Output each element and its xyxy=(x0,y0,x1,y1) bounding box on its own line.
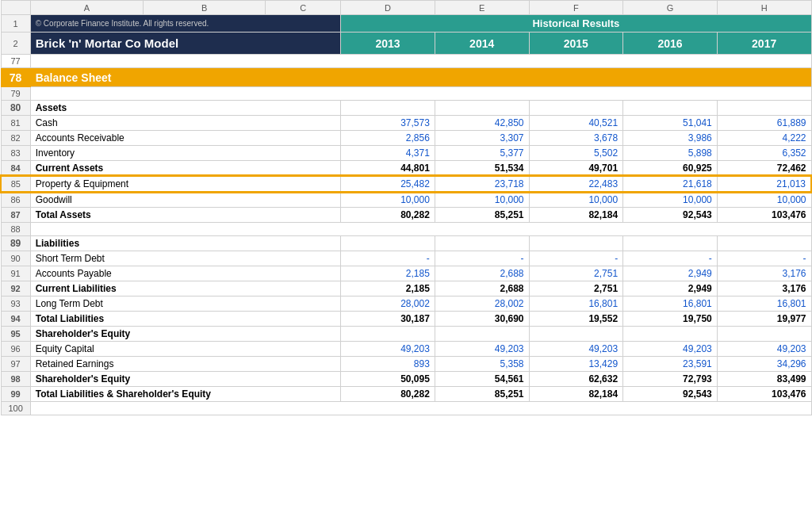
inventory-2015: 5,502 xyxy=(529,146,623,161)
row-77: 77 xyxy=(1,55,811,68)
row-num-81: 81 xyxy=(1,116,30,131)
row-num-93: 93 xyxy=(1,296,30,312)
se-2014: 54,561 xyxy=(435,372,529,387)
ec-2017: 49,203 xyxy=(717,342,811,357)
std-2014: - xyxy=(435,251,529,266)
current-assets-label: Current Assets xyxy=(30,161,341,177)
cash-2014: 42,850 xyxy=(435,116,529,131)
row-num-97: 97 xyxy=(1,357,30,372)
tlse-2014: 85,251 xyxy=(435,387,529,402)
col-header-d: D xyxy=(341,1,435,15)
std-2015: - xyxy=(529,251,623,266)
ap-label: Accounts Payable xyxy=(30,266,341,281)
row-78: 78 Balance Sheet xyxy=(1,68,811,87)
cl-2017: 3,176 xyxy=(717,281,811,296)
tlse-2015: 82,184 xyxy=(529,387,623,402)
row-num-78: 78 xyxy=(1,68,30,87)
cl-2013: 2,185 xyxy=(341,281,435,296)
row-91: 91 Accounts Payable 2,185 2,688 2,751 2,… xyxy=(1,266,811,281)
ta-2015: 82,184 xyxy=(529,208,623,223)
cl-2015: 2,751 xyxy=(529,281,623,296)
cash-label: Cash xyxy=(30,116,341,131)
col-header-h: H xyxy=(717,1,811,15)
ec-2014: 49,203 xyxy=(435,342,529,357)
balance-sheet-label: Balance Sheet xyxy=(30,68,811,87)
tlse-2017: 103,476 xyxy=(717,387,811,402)
ltd-2014: 28,002 xyxy=(435,296,529,312)
col-header-g: G xyxy=(623,1,718,15)
row-81: 81 Cash 37,573 42,850 40,521 51,041 61,8… xyxy=(1,116,811,131)
goodwill-2016: 10,000 xyxy=(623,192,718,208)
ap-2016: 2,949 xyxy=(623,266,718,281)
row-num-85: 85 xyxy=(1,176,30,192)
ca-2017: 72,462 xyxy=(717,161,811,177)
cash-2015: 40,521 xyxy=(529,116,623,131)
tlse-2016: 92,543 xyxy=(623,387,718,402)
row-num-82: 82 xyxy=(1,131,30,146)
col-header-e: E xyxy=(435,1,529,15)
row-num-90: 90 xyxy=(1,251,30,266)
row-79: 79 xyxy=(1,87,811,101)
pe-2017: 21,013 xyxy=(717,176,811,192)
ar-2013: 2,856 xyxy=(341,131,435,146)
ar-2016: 3,986 xyxy=(623,131,718,146)
ca-2015: 49,701 xyxy=(529,161,623,177)
goodwill-label: Goodwill xyxy=(30,192,341,208)
re-2015: 13,429 xyxy=(529,357,623,372)
goodwill-2013: 10,000 xyxy=(341,192,435,208)
row-87: 87 Total Assets 80,282 85,251 82,184 92,… xyxy=(1,208,811,223)
tl-2015: 19,552 xyxy=(529,312,623,327)
re-2017: 34,296 xyxy=(717,357,811,372)
cash-2017: 61,889 xyxy=(717,116,811,131)
tl-2016: 19,750 xyxy=(623,312,718,327)
ca-2014: 51,534 xyxy=(435,161,529,177)
ar-2017: 4,222 xyxy=(717,131,811,146)
year-2017: 2017 xyxy=(717,33,811,55)
ca-2013: 44,801 xyxy=(341,161,435,177)
row-86: 86 Goodwill 10,000 10,000 10,000 10,000 … xyxy=(1,192,811,208)
row-88: 88 xyxy=(1,223,811,236)
pe-2013: 25,482 xyxy=(341,176,435,192)
ec-2016: 49,203 xyxy=(623,342,718,357)
se-total-label: Shareholder's Equity xyxy=(30,372,341,387)
row-90: 90 Short Term Debt - - - - - xyxy=(1,251,811,266)
row-num-88: 88 xyxy=(1,223,30,236)
row-94: 94 Total Liabilities 30,187 30,690 19,55… xyxy=(1,312,811,327)
row-82: 82 Accounts Receivable 2,856 3,307 3,678… xyxy=(1,131,811,146)
row-num-99: 99 xyxy=(1,387,30,402)
tl-2014: 30,690 xyxy=(435,312,529,327)
se-2017: 83,499 xyxy=(717,372,811,387)
tlse-2013: 80,282 xyxy=(341,387,435,402)
row-num-83: 83 xyxy=(1,146,30,161)
historical-results-header: Historical Results xyxy=(341,15,811,33)
goodwill-2015: 10,000 xyxy=(529,192,623,208)
se-2013: 50,095 xyxy=(341,372,435,387)
row-99: 99 Total Liabilities & Shareholder's Equ… xyxy=(1,387,811,402)
pe-2014: 23,718 xyxy=(435,176,529,192)
ta-2014: 85,251 xyxy=(435,208,529,223)
ltd-2016: 16,801 xyxy=(623,296,718,312)
re-2014: 5,358 xyxy=(435,357,529,372)
std-2016: - xyxy=(623,251,718,266)
row-100: 100 xyxy=(1,402,811,415)
ar-2015: 3,678 xyxy=(529,131,623,146)
row-2: 2 Brick 'n' Mortar Co Model 2013 2014 20… xyxy=(1,33,811,55)
liabilities-label: Liabilities xyxy=(30,236,341,251)
row-num-87: 87 xyxy=(1,208,30,223)
year-2016: 2016 xyxy=(623,33,718,55)
row-num-77: 77 xyxy=(1,55,30,68)
year-2013: 2013 xyxy=(341,33,435,55)
col-header-a: A xyxy=(30,1,143,15)
year-2015: 2015 xyxy=(529,33,623,55)
std-2017: - xyxy=(717,251,811,266)
row-num-84: 84 xyxy=(1,161,30,177)
ap-2014: 2,688 xyxy=(435,266,529,281)
tlse-label: Total Liabilities & Shareholder's Equity xyxy=(30,387,341,402)
ta-2016: 92,543 xyxy=(623,208,718,223)
ec-2015: 49,203 xyxy=(529,342,623,357)
ta-2017: 103,476 xyxy=(717,208,811,223)
row-num-2: 2 xyxy=(1,33,30,55)
std-2013: - xyxy=(341,251,435,266)
col-header-f: F xyxy=(529,1,623,15)
copyright-cell: © Corporate Finance Institute. All right… xyxy=(30,15,341,33)
